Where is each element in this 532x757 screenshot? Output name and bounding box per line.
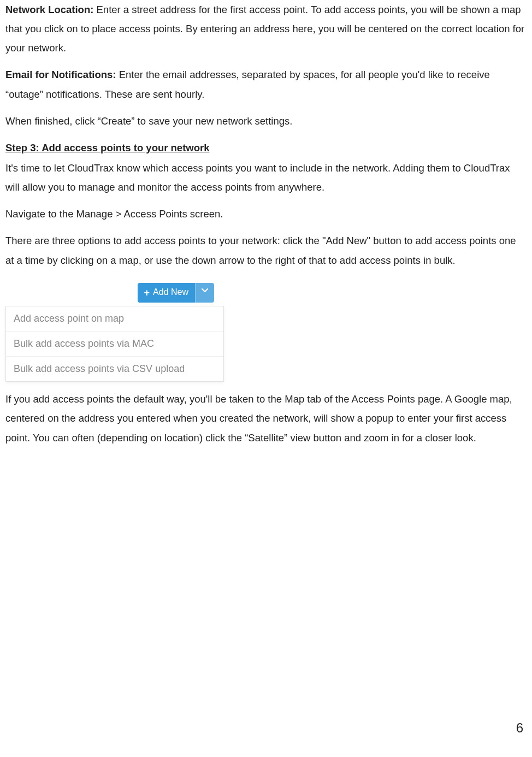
paragraph-default-way: If you add access points the default way… [5,389,525,447]
step-3-heading: Step 3: Add access points to your networ… [5,138,525,157]
add-new-button-row: + Add New [5,283,224,306]
paragraph-options: There are three options to add access po… [5,231,525,269]
add-new-label: Add New [153,284,188,300]
chevron-down-icon [201,286,209,299]
add-new-dropdown-widget: + Add New Add access point on map Bulk a… [5,283,224,382]
page-number: 6 [516,715,523,741]
menu-item-bulk-mac[interactable]: Bulk add access points via MAC [6,331,223,356]
menu-item-bulk-csv[interactable]: Bulk add access points via CSV upload [6,356,223,381]
paragraph-email-notifications: Email for Notifications: Enter the email… [5,65,525,103]
network-location-label: Network Location: [5,4,93,15]
add-new-menu-list: Add access point on map Bulk add access … [5,306,224,382]
paragraph-intro-aps: It's time to let CloudTrax know which ac… [5,158,525,197]
email-notifications-label: Email for Notifications: [5,69,116,80]
add-new-caret-button[interactable] [195,283,214,303]
add-new-button-group: + Add New [138,283,214,303]
plus-icon: + [144,283,150,302]
paragraph-finished: When finished, click “Create” to save yo… [5,111,525,131]
menu-item-add-on-map[interactable]: Add access point on map [6,306,223,331]
add-new-button[interactable]: + Add New [138,283,195,303]
paragraph-navigate: Navigate to the Manage > Access Points s… [5,204,525,223]
paragraph-network-location: Network Location: Enter a street address… [5,0,525,57]
